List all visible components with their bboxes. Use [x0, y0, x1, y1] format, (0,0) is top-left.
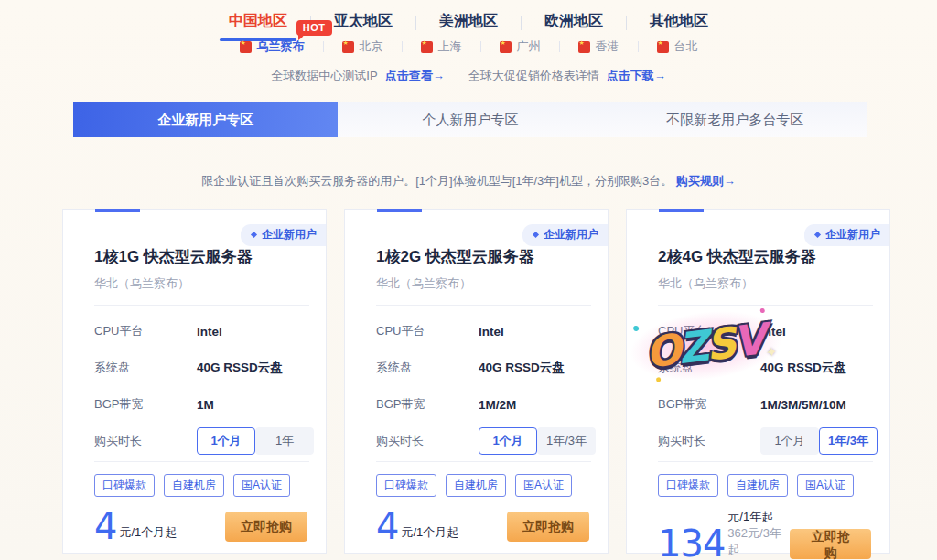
nav-divider: [323, 41, 324, 52]
tag-chip: 国A认证: [797, 474, 854, 497]
tag-chip: 国A认证: [515, 474, 572, 497]
buy-now-button[interactable]: 立即抢购: [225, 512, 307, 542]
divider: [658, 461, 873, 462]
duration-row: 购买时长 1个月 1年/3年: [627, 423, 889, 459]
nav-divider: [521, 16, 522, 30]
spec-value: Intel: [760, 325, 786, 339]
tab-personal-new-user[interactable]: 个人新用户专区: [338, 102, 602, 137]
spec-list: CPU平台 Intel 系统盘 40G RSSD云盘 BGP带宽 1M/2M 购…: [345, 313, 608, 459]
price-amount: 134: [658, 526, 725, 560]
tag-list: 口碑爆款 自建机房 国A认证: [376, 474, 591, 497]
promo-link-download[interactable]: 点击下载→: [607, 68, 666, 84]
nav-divider: [480, 41, 481, 52]
spec-label: CPU平台: [658, 323, 760, 339]
tag-chip: 自建机房: [164, 474, 224, 497]
tag-chip: 口碑爆款: [658, 474, 718, 497]
promo-row: 全球数据中心测试IP 点击查看→ 全球大促促销价格表详情 点击下载→: [0, 68, 937, 84]
promo-text-testip: 全球数据中心测试IP: [271, 68, 377, 84]
spec-row: CPU平台 Intel: [63, 313, 326, 350]
tag-chip: 口碑爆款: [376, 474, 436, 497]
city-label: 乌兰察布: [257, 38, 305, 55]
divider: [658, 305, 873, 306]
spec-label: 系统盘: [658, 360, 760, 376]
card-accent-bar: [659, 209, 704, 212]
product-card-1c1g: 企业新用户 1核1G 快杰型云服务器 华北（乌兰察布） CPU平台 Intel …: [62, 209, 327, 554]
buy-now-button[interactable]: 立即抢购: [507, 512, 589, 542]
card-title: 1核2G 快杰型云服务器: [376, 246, 591, 267]
duration-label: 购买时长: [94, 433, 197, 449]
spec-label: CPU平台: [94, 323, 197, 339]
spec-row: CPU平台 Intel: [345, 313, 608, 350]
spec-value: 1M/3M/5M/10M: [760, 398, 846, 412]
buy-now-button[interactable]: 立即抢购: [790, 529, 871, 559]
duration-toggle-group: 1个月 1年/3年: [479, 427, 596, 455]
spec-value: Intel: [197, 325, 222, 339]
price-row: 4 元/1个月起 立即抢购: [94, 509, 307, 544]
price-sub: 362元/3年起: [727, 525, 790, 558]
price-row: 134 元/1年起 362元/3年起 立即抢购: [658, 509, 871, 560]
product-card-2c4g: 企业新用户 2核4G 快杰型云服务器 华北（乌兰察布） CPU平台 Intel …: [626, 209, 890, 554]
card-accent-bar: [95, 209, 140, 212]
nav-divider: [402, 41, 403, 52]
city-item-hongkong[interactable]: 香港: [573, 36, 625, 58]
tag-list: 口碑爆款 自建机房 国A认证: [658, 474, 873, 497]
product-card-1c2g: 企业新用户 1核2G 快杰型云服务器 华北（乌兰察布） CPU平台 Intel …: [344, 209, 609, 554]
spec-value: 40G RSSD云盘: [479, 360, 565, 376]
city-label: 香港: [596, 38, 619, 55]
city-item-guangzhou[interactable]: 广州: [494, 36, 546, 58]
spec-row: 系统盘 40G RSSD云盘: [63, 350, 326, 386]
hot-badge: HOT: [296, 20, 332, 36]
duration-option-1month[interactable]: 1个月: [760, 427, 819, 455]
enterprise-new-user-badge: 企业新用户: [522, 224, 608, 246]
duration-option-1or3year[interactable]: 1年/3年: [819, 427, 878, 455]
spec-label: BGP带宽: [658, 396, 760, 413]
badge-label: 企业新用户: [544, 227, 598, 242]
badge-label: 企业新用户: [825, 227, 880, 242]
divider: [376, 461, 591, 462]
card-title: 2核4G 快杰型云服务器: [658, 246, 873, 267]
promo-link-view[interactable]: 点击查看→: [385, 68, 445, 84]
city-label: 上海: [438, 38, 462, 55]
tab-enterprise-new-user[interactable]: 企业新用户专区: [73, 102, 338, 137]
duration-toggle-group: 1个月 1年/3年: [760, 427, 878, 455]
tab-multi-unit[interactable]: 不限新老用户多台专区: [603, 102, 867, 137]
tag-chip: 自建机房: [446, 474, 506, 497]
city-item-taipei[interactable]: 台北: [652, 36, 704, 58]
spec-value: 40G RSSD云盘: [197, 360, 283, 376]
city-item-ulanqab[interactable]: 乌兰察布 HOT: [234, 36, 310, 58]
tag-chip: 口碑爆款: [94, 474, 155, 497]
spec-row: 系统盘 40G RSSD云盘: [627, 350, 889, 386]
nav-divider: [638, 41, 639, 52]
price-amount: 4: [94, 509, 116, 544]
card-title: 1核1G 快杰型云服务器: [94, 246, 309, 267]
city-item-beijing[interactable]: 北京: [337, 36, 389, 58]
tag-chip: 自建机房: [727, 474, 788, 497]
purchase-rules-link[interactable]: 购买规则→: [676, 174, 736, 188]
spec-value: 1M/2M: [479, 398, 516, 412]
city-label: 北京: [360, 38, 383, 55]
nav-divider: [626, 16, 627, 30]
spec-label: 系统盘: [94, 360, 197, 376]
china-flag-icon: [657, 41, 669, 53]
spec-value: 1M: [197, 398, 214, 412]
spec-label: 系统盘: [376, 360, 479, 376]
price-row: 4 元/1个月起 立即抢购: [376, 509, 589, 544]
divider: [94, 305, 309, 306]
duration-option-1or3year[interactable]: 1年/3年: [537, 427, 596, 455]
china-flag-icon: [500, 41, 512, 53]
spec-list: CPU平台 Intel 系统盘 40G RSSD云盘 BGP带宽 1M 购买时长…: [63, 313, 326, 459]
china-flag-icon: [578, 41, 590, 53]
duration-option-1month[interactable]: 1个月: [197, 427, 255, 455]
divider: [94, 461, 309, 462]
card-accent-bar: [377, 209, 422, 212]
spec-label: CPU平台: [376, 323, 479, 339]
spec-row: BGP带宽 1M/3M/5M/10M: [627, 386, 889, 423]
spec-row: CPU平台 Intel: [627, 313, 889, 350]
duration-option-1month[interactable]: 1个月: [479, 427, 537, 455]
city-item-shanghai[interactable]: 上海: [415, 36, 468, 58]
duration-option-1year[interactable]: 1年: [255, 427, 314, 455]
duration-label: 购买时长: [658, 433, 760, 449]
promo-text-pricelist: 全球大促促销价格表详情: [468, 68, 599, 84]
enterprise-new-user-badge: 企业新用户: [804, 224, 889, 246]
purchase-notice: 限企业认证且首次购买云服务器的用户。[1个月]体验机型与[1年/3年]机型，分别…: [0, 173, 937, 189]
